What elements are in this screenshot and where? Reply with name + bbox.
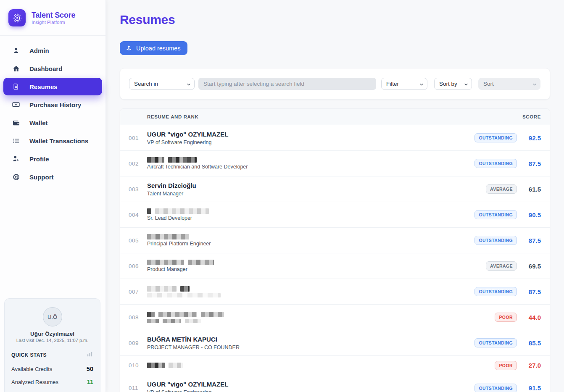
score-badge: POOR [495, 313, 517, 322]
person-icon [12, 46, 20, 55]
resume-job-title: Product Manager [147, 266, 486, 273]
sidebar-item-label: Resumes [29, 83, 58, 90]
row-rank: 003 [120, 186, 147, 192]
table-row[interactable]: 006Product ManagerAVERAGE69.5 [120, 253, 550, 279]
quick-stat-row: Available Credits50 [11, 366, 93, 372]
filter-select[interactable]: Filter [381, 78, 427, 90]
brand-text: Talent Score Insight Platform [32, 11, 75, 25]
sort-by-select-wrap: Sort by [434, 78, 472, 90]
quick-stat-label: Available Credits [11, 366, 52, 372]
filter-bar: Search in Filter Sort by Sort [120, 68, 550, 100]
quick-stats-title: QUICK STATS [11, 352, 47, 358]
resume-job-title: VP of Software Engineering [147, 389, 474, 392]
table-body: 001UGUR "vigo" OZYILMAZELVP of Software … [120, 125, 550, 392]
score-value: 87.5 [524, 160, 541, 167]
brand-title: Talent Score [32, 11, 75, 20]
resume-name: UGUR "vigo" OZYILMAZEL [147, 380, 474, 388]
resume-cell: UGUR "vigo" OZYILMAZELVP of Software Eng… [147, 126, 474, 150]
score-value: 92.5 [524, 134, 541, 142]
sort-select[interactable]: Sort [478, 78, 540, 90]
sidebar-item-resumes[interactable]: Resumes [3, 78, 102, 95]
search-input[interactable] [198, 78, 376, 90]
avatar: U.Ö [43, 307, 62, 326]
row-rank: 002 [120, 160, 147, 167]
sidebar-item-label: Support [29, 174, 54, 181]
table-row[interactable]: 009BUĞRA METİN KAPUCIPROJECT MANAGER - C… [120, 330, 550, 356]
table-row[interactable]: 010POOR27.0 [120, 356, 550, 375]
redacted-name [147, 208, 474, 214]
resume-cell: Servin DizcioğluTalent Manager [147, 177, 486, 201]
row-rank: 008 [120, 314, 147, 321]
table-header: RESUME AND RANK SCORE [120, 109, 550, 125]
filter-select-wrap: Filter [381, 78, 427, 90]
row-rank: 010 [120, 362, 147, 368]
resume-job-title: VP of Software Engineering [147, 139, 474, 146]
bar-chart-icon [86, 350, 93, 359]
redacted-name [147, 234, 474, 239]
table-row[interactable]: 005Principal Platform EngineerOUTSTANDIN… [120, 228, 550, 253]
quick-stat-label: Analyzed Resumes [11, 379, 58, 385]
table-row[interactable]: 011UGUR "vigo" OZYILMAZELVP of Software … [120, 375, 550, 392]
score-value: 44.0 [524, 314, 541, 321]
user-card: U.Ö Uğur Özyılmazel Last visit Dec. 14, … [4, 298, 100, 392]
upload-icon [125, 45, 132, 52]
sidebar-item-purchase-history[interactable]: Purchase History [3, 96, 102, 113]
redacted-title [147, 319, 495, 323]
sort-by-select[interactable]: Sort by [434, 78, 472, 90]
document-icon [12, 82, 20, 91]
row-rank: 009 [120, 340, 147, 346]
quick-stat-row: Analyzed Resumes11 [11, 379, 93, 385]
sidebar-item-label: Purchase History [29, 101, 81, 108]
sidebar-item-profile[interactable]: Profile [3, 150, 102, 168]
sidebar: Talent Score Insight Platform AdminDashb… [0, 0, 106, 392]
table-row[interactable]: 002Aircraft Technician and Software Deve… [120, 151, 550, 176]
resume-job-title: Sr. Lead Developer [147, 215, 474, 221]
score-value: 91.5 [524, 384, 541, 392]
row-rank: 005 [120, 237, 147, 244]
user-name: Uğur Özyılmazel [11, 331, 93, 337]
resume-cell: Principal Platform Engineer [147, 230, 474, 251]
resume-cell [147, 282, 474, 302]
score-badge: OUTSTANDING [474, 338, 517, 347]
wallet-icon [12, 118, 20, 127]
score-value: 85.5 [524, 339, 541, 347]
sidebar-item-wallet-transactions[interactable]: Wallet Transactions [3, 132, 102, 150]
life-ring-icon [12, 173, 20, 181]
score-badge: POOR [495, 361, 517, 370]
row-rank: 001 [120, 135, 147, 141]
resume-name: BUĞRA METİN KAPUCI [147, 335, 474, 343]
quick-stat-value: 50 [87, 366, 93, 372]
upload-resumes-button[interactable]: Upload resumes [120, 41, 187, 55]
redacted-title [147, 293, 474, 297]
sidebar-item-label: Admin [29, 47, 49, 54]
row-rank: 011 [120, 385, 147, 391]
sidebar-item-label: Wallet [29, 119, 48, 126]
redacted-name [147, 260, 486, 265]
search-in-select[interactable]: Search in [129, 78, 195, 90]
table-row[interactable]: 001UGUR "vigo" OZYILMAZELVP of Software … [120, 125, 550, 151]
resumes-table: RESUME AND RANK SCORE 001UGUR "vigo" OZY… [120, 108, 550, 392]
score-badge: OUTSTANDING [474, 236, 517, 245]
list-icon [12, 137, 20, 145]
table-row[interactable]: 003Servin DizcioğluTalent ManagerAVERAGE… [120, 176, 550, 202]
sort-select-wrap: Sort [478, 78, 540, 90]
person-gear-icon [12, 155, 20, 163]
redacted-name [147, 286, 474, 292]
sidebar-item-dashboard[interactable]: Dashboard [3, 60, 102, 77]
table-row[interactable]: 004Sr. Lead DeveloperOUTSTANDING90.5 [120, 202, 550, 228]
page-title: Resumes [120, 13, 550, 27]
sidebar-item-label: Dashboard [29, 65, 62, 72]
sidebar-item-label: Profile [29, 155, 49, 163]
resume-job-title: Principal Platform Engineer [147, 241, 474, 247]
sidebar-item-support[interactable]: Support [3, 168, 102, 186]
table-row[interactable]: 008POOR44.0 [120, 305, 550, 330]
redacted-name [147, 157, 474, 163]
table-row[interactable]: 007OUTSTANDING87.5 [120, 279, 550, 305]
brand[interactable]: Talent Score Insight Platform [0, 0, 105, 35]
score-badge: AVERAGE [486, 184, 517, 194]
score-badge: OUTSTANDING [474, 287, 517, 296]
resume-job-title: PROJECT MANAGER - CO FOUNDER [147, 345, 474, 351]
upload-button-label: Upload resumes [136, 45, 181, 52]
sidebar-item-admin[interactable]: Admin [3, 42, 102, 59]
sidebar-item-wallet[interactable]: Wallet [3, 114, 102, 132]
